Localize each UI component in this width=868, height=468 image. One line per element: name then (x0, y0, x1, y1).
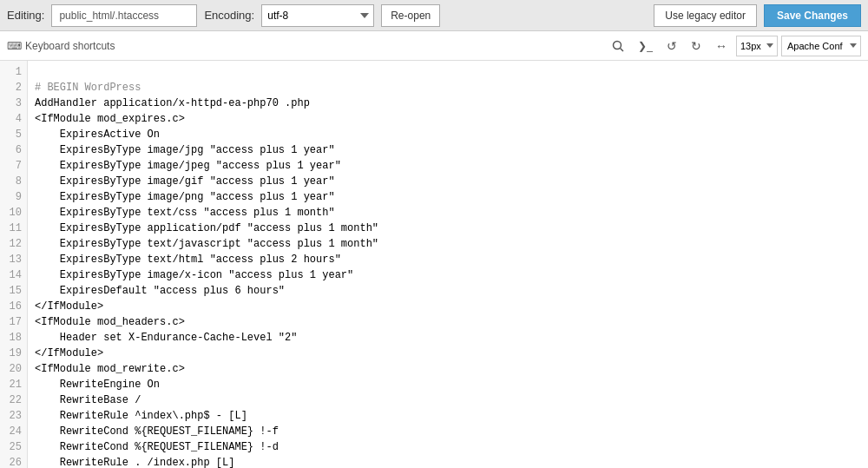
line-number: 17 (5, 314, 22, 330)
line-number: 4 (5, 111, 22, 127)
line-number: 19 (5, 346, 22, 361)
code-line: RewriteRule ^index\.php$ - [L] (35, 408, 861, 424)
code-line: ExpiresActive On (35, 127, 861, 142)
line-number: 5 (5, 127, 22, 142)
editing-label: Editing: (7, 9, 44, 22)
filename-input[interactable] (51, 4, 197, 27)
editor-toolbar-right: ❯_ ↺ ↻ ↔ 11px12px13px14px16px18px Apache… (607, 36, 861, 56)
line-number: 24 (5, 424, 22, 439)
code-line: ExpiresByType image/x-icon "access plus … (35, 267, 861, 283)
line-number: 16 (5, 299, 22, 314)
encoding-label: Encoding: (204, 9, 254, 22)
code-line: ExpiresDefault "access plus 6 hours" (35, 283, 861, 299)
legacy-editor-button[interactable]: Use legacy editor (654, 4, 757, 27)
keyboard-shortcuts-link[interactable]: ⌨ Keyboard shortcuts (7, 40, 115, 52)
redo-icon: ↻ (691, 39, 701, 53)
editor-area: 1234567891011121314151617181920212223242… (0, 61, 868, 468)
code-line: ExpiresByType image/png "access plus 1 y… (35, 189, 861, 205)
search-icon (612, 40, 624, 52)
line-number: 18 (5, 330, 22, 346)
code-line: RewriteRule . /index.php [L] (35, 455, 861, 468)
terminal-button[interactable]: ❯_ (633, 36, 658, 56)
line-number: 7 (5, 158, 22, 174)
save-button[interactable]: Save Changes (764, 4, 861, 27)
code-line: ExpiresByType text/javascript "access pl… (35, 236, 861, 252)
svg-point-0 (614, 41, 621, 49)
line-number: 26 (5, 455, 22, 468)
code-line: <IfModule mod_rewrite.c> (35, 361, 861, 377)
line-number: 22 (5, 392, 22, 408)
terminal-icon: ❯_ (638, 40, 653, 52)
code-line: Header set X-Endurance-Cache-Level "2" (35, 330, 861, 346)
line-number: 23 (5, 408, 22, 424)
editor-toolbar: ⌨ Keyboard shortcuts ❯_ ↺ ↻ ↔ 11px12px13… (0, 31, 868, 61)
language-select[interactable]: Apache ConfHTMLCSSJavaScriptPHPPlain Tex… (781, 36, 861, 56)
code-line: <IfModule mod_expires.c> (35, 111, 861, 127)
line-numbers: 1234567891011121314151617181920212223242… (0, 61, 28, 468)
code-line: ExpiresByType text/css "access plus 1 mo… (35, 205, 861, 221)
line-number: 9 (5, 189, 22, 205)
code-line: ExpiresByType image/gif "access plus 1 y… (35, 174, 861, 189)
font-size-select[interactable]: 11px12px13px14px16px18px (736, 36, 778, 56)
code-content[interactable]: # BEGIN WordPressAddHandler application/… (28, 61, 868, 468)
line-number: 12 (5, 236, 22, 252)
encoding-select[interactable]: utf-8utf-16iso-8859-1windows-1252 (261, 4, 374, 27)
code-line: ExpiresByType image/jpg "access plus 1 y… (35, 142, 861, 158)
line-number: 20 (5, 361, 22, 377)
code-line: RewriteBase / (35, 392, 861, 408)
line-number: 6 (5, 142, 22, 158)
code-line: AddHandler application/x-httpd-ea-php70 … (35, 96, 861, 111)
code-line: RewriteCond %{REQUEST_FILENAME} !-f (35, 424, 861, 439)
svg-line-1 (621, 48, 624, 51)
code-line: </IfModule> (35, 299, 861, 314)
line-number: 10 (5, 205, 22, 221)
code-line (35, 64, 861, 80)
code-line: RewriteCond %{REQUEST_FILENAME} !-d (35, 439, 861, 455)
main-toolbar: Editing: Encoding: utf-8utf-16iso-8859-1… (0, 0, 868, 31)
code-line: # BEGIN WordPress (35, 80, 861, 96)
code-line: RewriteEngine On (35, 377, 861, 392)
line-number: 3 (5, 96, 22, 111)
line-number: 14 (5, 267, 22, 283)
code-line: ExpiresByType image/jpeg "access plus 1 … (35, 158, 861, 174)
line-number: 8 (5, 174, 22, 189)
wrap-button[interactable]: ↔ (710, 36, 733, 56)
line-number: 1 (5, 64, 22, 80)
keyboard-icon: ⌨ (7, 40, 22, 52)
line-number: 21 (5, 377, 22, 392)
line-number: 11 (5, 221, 22, 236)
line-number: 15 (5, 283, 22, 299)
redo-button[interactable]: ↻ (686, 36, 707, 56)
code-line: ExpiresByType application/pdf "access pl… (35, 221, 861, 236)
line-number: 25 (5, 439, 22, 455)
code-line: ExpiresByType text/html "access plus 2 h… (35, 252, 861, 267)
keyboard-shortcuts-label: Keyboard shortcuts (25, 40, 115, 52)
line-number: 13 (5, 252, 22, 267)
wrap-icon: ↔ (715, 39, 727, 53)
search-button[interactable] (607, 36, 629, 56)
code-line: <IfModule mod_headers.c> (35, 314, 861, 330)
undo-button[interactable]: ↺ (661, 36, 682, 56)
undo-icon: ↺ (667, 39, 677, 53)
line-number: 2 (5, 80, 22, 96)
code-line: </IfModule> (35, 346, 861, 361)
reopen-button[interactable]: Re-open (381, 4, 440, 27)
